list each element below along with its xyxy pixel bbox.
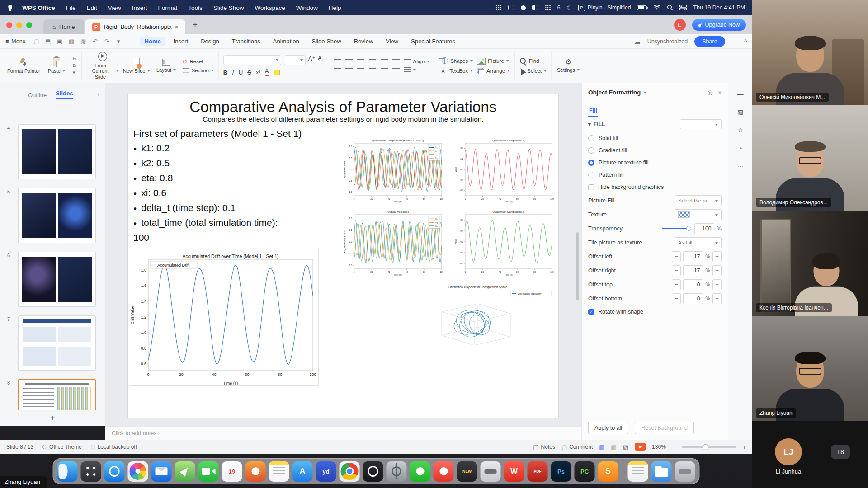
quaternion-lambda1-chart[interactable]: 020406080100-0.8-0.40.00.40.8Quaternion … — [454, 209, 554, 277]
offset-right-increase-button[interactable]: + — [712, 265, 722, 276]
wifi-icon[interactable] — [653, 5, 660, 10]
offset-left-decrease-button[interactable]: − — [672, 251, 681, 262]
slide-thumbnail-5[interactable] — [18, 188, 96, 243]
dock-pycharm-icon[interactable]: PC — [575, 461, 595, 482]
slide-thumbnail-6[interactable] — [18, 252, 96, 307]
fill-section-header[interactable]: ▾ FILL — [588, 117, 722, 132]
ribbon-tab-design[interactable]: Design — [196, 37, 223, 46]
battery-icon[interactable] — [637, 5, 647, 10]
dock-notes-icon[interactable] — [269, 461, 289, 482]
menu-insert[interactable]: Insert — [132, 5, 147, 11]
dock-trash-icon[interactable] — [675, 461, 695, 482]
ribbon-tab-review[interactable]: Review — [349, 37, 378, 46]
strip-history-icon[interactable]: ◔ — [738, 145, 742, 152]
offset-top-value[interactable]: 0 — [683, 279, 703, 290]
fill-option-picture-or-texture-fill[interactable]: Picture or texture fill — [588, 156, 722, 169]
slide-8[interactable]: Comparative Analysis of Parameter Variat… — [128, 94, 558, 418]
dock-photoshop-icon[interactable]: Ps — [551, 461, 571, 482]
dock-safari-icon[interactable] — [104, 461, 125, 482]
window-close-button[interactable] — [6, 22, 12, 28]
offset-left-increase-button[interactable]: + — [712, 251, 722, 262]
dock-pdf-reader-icon[interactable]: PDF — [528, 461, 548, 482]
tab-slides[interactable]: Slides — [56, 90, 73, 99]
fill-option-pattern-fill[interactable]: Pattern fill — [588, 169, 722, 181]
dock-wechat-icon[interactable] — [410, 461, 430, 482]
search-icon[interactable] — [667, 5, 673, 11]
menubar-app-name[interactable]: WPS Office — [22, 5, 55, 11]
more-options-icon[interactable]: ··· — [732, 38, 738, 45]
dock-facetime-icon[interactable] — [198, 461, 219, 482]
more-participants-badge[interactable]: +8 — [831, 445, 850, 459]
participant-video-4[interactable]: Zhang Liyuan — [752, 316, 868, 421]
normal-view-icon[interactable]: ▦ — [599, 444, 604, 450]
arrange-button[interactable]: Arrange — [477, 68, 510, 74]
canvas-scrollbar[interactable] — [576, 232, 579, 300]
apple-menu-icon[interactable] — [7, 5, 13, 11]
dock-launchpad-icon[interactable] — [81, 461, 101, 482]
quaternion-components-chart[interactable]: 020406080100-1.0-0.50.00.51.0Quaternion … — [343, 137, 443, 203]
display-icon[interactable] — [532, 5, 538, 10]
open-icon[interactable]: ▤ — [45, 38, 52, 45]
slide-thumbnail-8[interactable] — [18, 379, 96, 410]
notes-bar[interactable]: Click to add notes — [105, 426, 581, 440]
align-left-icon[interactable] — [334, 68, 341, 73]
theme-indicator[interactable]: Office Theme — [42, 444, 82, 450]
offset-top-decrease-button[interactable]: − — [672, 279, 681, 290]
distribute-icon[interactable] — [381, 68, 388, 73]
notes-toggle[interactable]: ▤Notes — [533, 444, 555, 450]
format-brush-icon[interactable]: ▾ — [73, 70, 77, 75]
accumulated-drift-chart[interactable]: 0204060801000.60.81.01.21.41.61.8Accumul… — [129, 249, 319, 386]
highlight-button[interactable] — [274, 70, 280, 75]
dock-downloads-folder-icon[interactable] — [651, 461, 672, 482]
undo-icon[interactable]: ↶ — [92, 38, 99, 45]
offset-bottom-value[interactable]: 0 — [683, 293, 703, 304]
focus-moon-icon[interactable]: ☾ — [566, 5, 572, 11]
bold-button[interactable]: B — [223, 69, 228, 76]
slideshow-play-button[interactable] — [635, 443, 646, 451]
collapse-ribbon-icon[interactable]: ^ — [744, 38, 747, 45]
layout-button[interactable]: Layout — [154, 59, 179, 73]
texture-dropdown[interactable] — [675, 209, 722, 220]
dock-photo-booth-icon[interactable] — [245, 461, 266, 482]
dock-photos-icon[interactable] — [128, 461, 148, 482]
menu-workspace[interactable]: Workspace — [255, 5, 285, 11]
justify-icon[interactable] — [369, 68, 376, 73]
settings-button[interactable]: ⚙ Settings — [556, 58, 580, 73]
more-paragraph-icon[interactable] — [392, 68, 400, 73]
slide-bullet-list[interactable]: First set of parameters (Model 1 - Set 1… — [133, 127, 313, 248]
window-minimize-button[interactable] — [16, 22, 22, 28]
tab-home[interactable]: ⌂ Home — [43, 19, 84, 34]
participant-video-1[interactable]: Олексій Миколайович М... — [752, 0, 868, 105]
workspace-grid-icon[interactable] — [495, 5, 502, 11]
sidebar-collapse-icon[interactable]: ‹ — [97, 90, 99, 98]
input-method-switcher[interactable]: P Pinyin - Simplified — [578, 5, 631, 11]
bulleted-list-icon[interactable] — [334, 59, 341, 64]
account-avatar[interactable]: L — [674, 19, 686, 31]
dock-printer-icon[interactable] — [481, 461, 501, 482]
shapes-button[interactable]: Shapes — [439, 57, 473, 65]
orientation-trajectory-3d-chart[interactable]: Orientation Trajectory in Configuration … — [402, 284, 554, 352]
qat-more-icon[interactable]: ▾ — [115, 38, 122, 45]
fill-option-solid-fill[interactable]: Solid fill — [588, 132, 722, 144]
columns-icon[interactable] — [392, 59, 400, 64]
slide-sorter-icon[interactable]: ▥ — [611, 444, 617, 450]
upgrade-button[interactable]: Upgrade Now — [692, 19, 746, 31]
offset-right-decrease-button[interactable]: − — [672, 265, 681, 276]
decrease-indent-icon[interactable] — [357, 59, 364, 64]
app-switcher-icon[interactable] — [545, 5, 551, 11]
quaternion-lambda0-chart[interactable]: 020406080100-0.8-0.40.00.40.8Quaternion … — [454, 137, 554, 203]
print-icon[interactable]: ▥ — [68, 38, 75, 45]
section-button[interactable]: Section — [183, 68, 214, 73]
strip-panel-icon[interactable]: ▧ — [737, 108, 743, 116]
menu-view[interactable]: View — [108, 5, 121, 11]
dock-system-settings-icon[interactable] — [387, 461, 407, 482]
strip-star-icon[interactable]: ☆ — [737, 127, 743, 134]
participant-video-3[interactable]: Ксенія Вікторівна Іванчен... — [752, 211, 868, 316]
reading-view-icon[interactable]: ▧ — [623, 444, 628, 450]
italic-button[interactable]: I — [232, 69, 234, 76]
font-color-button[interactable]: A — [265, 68, 269, 76]
ribbon-tab-animation[interactable]: Animation — [269, 37, 304, 46]
new-slide-button[interactable]: New Slide — [123, 58, 150, 74]
dock-sublime-text-icon[interactable]: S — [598, 461, 618, 482]
copy-icon[interactable]: ⧉ — [73, 63, 77, 68]
